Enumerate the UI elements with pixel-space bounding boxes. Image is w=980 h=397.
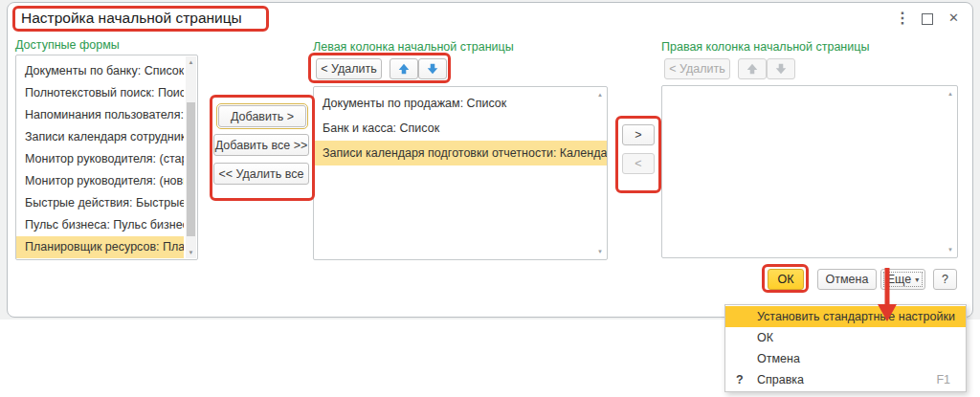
- move-up-button-disabled: [738, 58, 767, 79]
- right-remove-button: < Удалить: [664, 58, 730, 79]
- close-icon[interactable]: ✕: [948, 11, 959, 25]
- arrow-down-icon: [426, 62, 439, 76]
- list-item[interactable]: Записи календаря сотрудника...: [16, 126, 184, 148]
- scrollbar[interactable]: ▲ ▼: [186, 56, 196, 258]
- more-dropdown-menu: Установить стандартные настройки ОК Отме…: [724, 304, 967, 392]
- move-up-button[interactable]: [390, 58, 418, 79]
- list-item[interactable]: Полнотекстовый поиск: Поиск: [16, 82, 184, 104]
- menu-item-set-standard-settings[interactable]: Установить стандартные настройки: [725, 306, 966, 327]
- add-button[interactable]: Добавить >: [218, 105, 306, 127]
- arrow-up-icon: [746, 62, 759, 76]
- move-to-right-button[interactable]: >: [622, 124, 655, 145]
- scroll-down-icon[interactable]: ▼: [186, 247, 196, 258]
- left-remove-button[interactable]: < Удалить: [316, 58, 382, 79]
- list-item[interactable]: Документы по продажам: Список: [314, 91, 607, 116]
- list-item[interactable]: Напоминания пользователя: ...: [16, 104, 184, 126]
- list-item[interactable]: Банк и касса: Список: [314, 116, 607, 141]
- maximize-icon[interactable]: [922, 13, 933, 25]
- left-column-list: Документы по продажам: Список Банк и кас…: [313, 86, 608, 260]
- right-column-list: ▲ ▼: [661, 85, 958, 258]
- menu-item-cancel[interactable]: Отмена: [725, 348, 966, 369]
- list-item[interactable]: Быстрые действия: Быстрые...: [16, 192, 184, 214]
- more-button-label: Еще: [887, 273, 911, 286]
- list-item[interactable]: Пульс бизнеса: Пульс бизнеса: [16, 214, 184, 236]
- ok-button[interactable]: ОК: [768, 269, 804, 290]
- left-column-label: Левая колонка начальной страницы: [313, 40, 514, 54]
- menu-item-ok[interactable]: ОК: [725, 327, 966, 348]
- remove-all-button[interactable]: << Удалить все: [213, 163, 309, 185]
- scroll-up-icon[interactable]: ▲: [947, 91, 953, 97]
- add-all-button[interactable]: Добавить все >>: [213, 134, 309, 156]
- arrow-down-icon: [774, 62, 788, 76]
- question-mark-icon: ?: [736, 369, 744, 390]
- screenshot-root: Настройка начальной страницы ⋮ ✕ Доступн…: [0, 0, 980, 397]
- shortcut-label: F1: [936, 369, 950, 390]
- menu-item-help[interactable]: ? Справка F1: [725, 369, 966, 390]
- move-down-button[interactable]: [418, 58, 447, 79]
- scroll-up-icon[interactable]: ▲: [597, 92, 603, 98]
- help-button[interactable]: ?: [933, 269, 957, 290]
- list-item[interactable]: Монитор руководителя: (новый): [16, 170, 184, 192]
- available-forms-list: Документы по банку: Список Полнотекстовы…: [15, 55, 198, 260]
- list-item-selected[interactable]: Записи календаря подготовки отчетности: …: [314, 141, 607, 165]
- move-to-left-button: <: [622, 153, 655, 174]
- move-down-button-disabled: [767, 58, 795, 79]
- scrollbar-thumb[interactable]: [187, 102, 195, 236]
- list-item[interactable]: Монитор руководителя: (стар...: [16, 148, 184, 170]
- list-item[interactable]: Документы по банку: Список: [16, 60, 184, 82]
- scroll-down-icon[interactable]: ▼: [947, 247, 953, 253]
- cancel-button[interactable]: Отмена: [817, 269, 877, 290]
- available-forms-label: Доступные формы: [15, 38, 120, 52]
- arrow-up-icon: [397, 62, 411, 76]
- right-column-label: Правая колонка начальной страницы: [661, 40, 869, 54]
- kebab-menu-icon[interactable]: ⋮: [895, 9, 910, 27]
- dialog-title: Настройка начальной страницы: [21, 10, 242, 27]
- more-button[interactable]: Еще ▾: [880, 269, 925, 290]
- scroll-up-icon[interactable]: ▲: [186, 56, 196, 68]
- menu-item-help-label: Справка: [757, 373, 804, 386]
- scroll-down-icon[interactable]: ▼: [597, 249, 603, 254]
- chevron-down-icon: ▾: [915, 276, 919, 284]
- list-item-selected[interactable]: Планировщик ресурсов: План...: [16, 236, 184, 258]
